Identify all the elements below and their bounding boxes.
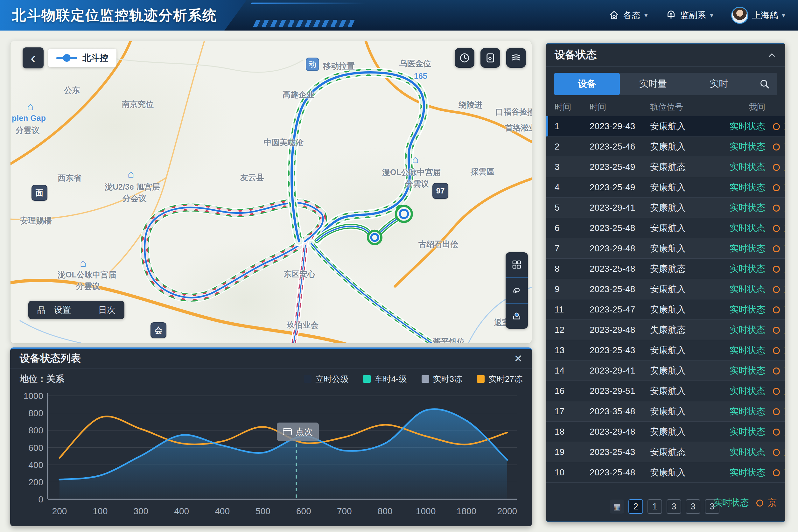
device-tab[interactable]: 实时量: [620, 73, 686, 95]
status-ring-icon: [773, 347, 780, 354]
menu-user[interactable]: 上海鸹 ▾: [731, 7, 785, 24]
map-label: 古绍石出侩: [418, 239, 458, 249]
app-header: 北斗物联定位监控轨迹分析系统 各态 ▾ 监副系 ▾ 上海鸹 ▾: [0, 0, 798, 31]
table-row[interactable]: 6 2023-25-48 安康航入 实时状态 京: [546, 218, 785, 238]
report-button[interactable]: [480, 48, 500, 68]
table-row[interactable]: 10 2023-25-48 安康航入 实时状态 京: [546, 462, 785, 483]
table-row[interactable]: 8 2023-25-48 安康航态 实时状态 京: [546, 259, 785, 279]
daily-button[interactable]: 日次: [98, 304, 115, 316]
road-shield: 97: [432, 183, 448, 199]
bell-icon: [666, 10, 677, 21]
device-panel-title: 设备状态: [555, 48, 596, 62]
table-row[interactable]: 1 2023-29-43 安康航入 实时状态 京: [546, 116, 785, 136]
legend-item[interactable]: 立时公级: [304, 374, 348, 385]
legend-item[interactable]: 实时3冻: [422, 374, 462, 385]
table-row[interactable]: 19 2023-25-43 安康航态 实时状态 京: [546, 442, 785, 462]
row-index: 4: [555, 182, 590, 192]
row-index: 8: [555, 264, 590, 274]
map-label: 绕陵进: [458, 100, 482, 110]
table-row[interactable]: 2 2023-25-46 安康航入 实时状态 京: [546, 136, 785, 157]
status-text: 实时状态: [729, 468, 765, 477]
menu-monitor[interactable]: 监副系 ▾: [666, 10, 714, 21]
settings-button[interactable]: 设置: [54, 304, 71, 316]
legend-swatch: [477, 375, 484, 383]
back-button[interactable]: ‹: [23, 48, 43, 69]
map-label: 乌医金位: [399, 58, 431, 69]
status-ring-icon: [773, 306, 780, 314]
row-date: 2023-29-48: [590, 243, 650, 253]
page-button[interactable]: 3: [686, 499, 700, 514]
chart-line-blue: [59, 409, 507, 479]
device-tab[interactable]: 设备: [554, 73, 620, 95]
legend-item[interactable]: 实时27冻: [477, 374, 522, 385]
status-text: 实时状态: [729, 366, 765, 376]
location-pin-icon: [511, 311, 522, 322]
pagination-grid-button[interactable]: ▦: [610, 499, 624, 514]
menu-home[interactable]: 各态 ▾: [609, 10, 648, 21]
chevron-down-icon: ▾: [710, 11, 714, 19]
map-bottom-toolbar[interactable]: 品 设置 日次: [28, 301, 125, 319]
chart-tooltip: 点次: [277, 422, 319, 441]
status-text: 实时状态: [729, 121, 765, 131]
table-row[interactable]: 7 2023-29-48 安康航入 实时状态 京: [546, 238, 785, 259]
status-text: 实时状态: [729, 264, 765, 274]
table-row[interactable]: 12 2023-29-48 失康航态 实时状态 京: [546, 320, 785, 340]
chevron-up-icon: [767, 50, 777, 60]
table-row[interactable]: 3 2023-25-49 安康航态 实时状态 京: [546, 157, 785, 177]
page-button[interactable]: 1: [647, 499, 662, 514]
row-status: 实时状态 京: [729, 405, 785, 417]
row-name: 安康航态: [650, 263, 729, 275]
table-row[interactable]: 14 2023-29-41 安康航入 实时状态 京: [546, 361, 785, 381]
map-label: 中圆美竑沧: [264, 137, 304, 148]
legend-item[interactable]: 车时4-级: [363, 374, 407, 385]
status-tag: 京: [784, 284, 785, 294]
status-tag: 京: [784, 203, 785, 212]
map-panel[interactable]: 公东 南京究位 高趣企业 移动拉置 乌医金位 165 plen Gap 分雲议 …: [10, 41, 532, 344]
page-button[interactable]: 3: [667, 499, 681, 514]
page-button[interactable]: 2: [628, 499, 643, 514]
map-label: 165: [414, 72, 427, 81]
close-icon[interactable]: ✕: [514, 353, 522, 365]
table-row[interactable]: 16 2023-29-51 安康航入 实时状态 京: [546, 381, 785, 401]
column-header: 时间: [590, 101, 650, 113]
table-row[interactable]: 11 2023-25-47 安康航入 实时状态 京: [546, 299, 785, 320]
history-button[interactable]: [455, 48, 474, 68]
legend-label: 实时27冻: [489, 374, 522, 385]
legend-label: 实时3冻: [433, 374, 462, 385]
row-index: 9: [555, 284, 590, 294]
dashboard-tool-button[interactable]: [506, 252, 528, 278]
document-icon: [484, 52, 496, 64]
table-row[interactable]: 17 2023-35-48 安康航入 实时状态 京: [546, 401, 785, 422]
status-text: 实时状态: [729, 182, 765, 192]
row-status: 实时状态 京: [729, 283, 785, 295]
row-index: 6: [555, 223, 590, 233]
route-tool-button[interactable]: [506, 278, 528, 303]
row-date: 2023-25-48: [590, 223, 650, 233]
poi-badge-icon: 动: [306, 58, 319, 71]
collapse-button[interactable]: [767, 50, 777, 60]
legend-label: 立时公级: [315, 374, 348, 385]
table-row[interactable]: 9 2023-25-48 安康航入 实时状态 京: [546, 279, 785, 299]
x-tick-label: 400: [215, 506, 230, 516]
map-label: 公东: [64, 85, 80, 95]
map-label: 友云县: [240, 172, 264, 183]
track-legend-chip[interactable]: 北斗控: [48, 49, 116, 67]
building-icon: ⌂: [412, 153, 419, 166]
row-date: 2023-25-49: [590, 182, 650, 192]
status-ring-icon: [773, 286, 780, 293]
search-button[interactable]: [752, 73, 777, 95]
row-name: 安康航入: [650, 283, 729, 295]
table-row[interactable]: 5 2023-29-41 安康航入 实时状态 京: [546, 197, 785, 218]
map-label: 南京究位: [122, 99, 154, 110]
x-tick-label: 2000: [497, 506, 517, 516]
device-table-body: 1 2023-29-43 安康航入 实时状态 京 2 2023-25-46 安康…: [546, 116, 785, 494]
device-tab[interactable]: 实时: [686, 73, 752, 95]
table-row[interactable]: 13 2023-25-43 安康航入 实时状态 京: [546, 340, 785, 361]
locate-tool-button[interactable]: [506, 303, 528, 329]
row-status: 实时状态 京: [729, 120, 785, 132]
status-ring-icon: [773, 205, 780, 212]
layers-button[interactable]: [506, 48, 526, 68]
table-row[interactable]: 18 2023-29-48 安康航入 实时状态 京: [546, 422, 785, 442]
row-index: 17: [555, 406, 590, 417]
table-row[interactable]: 4 2023-25-49 安康航入 实时状态 京: [546, 177, 785, 197]
